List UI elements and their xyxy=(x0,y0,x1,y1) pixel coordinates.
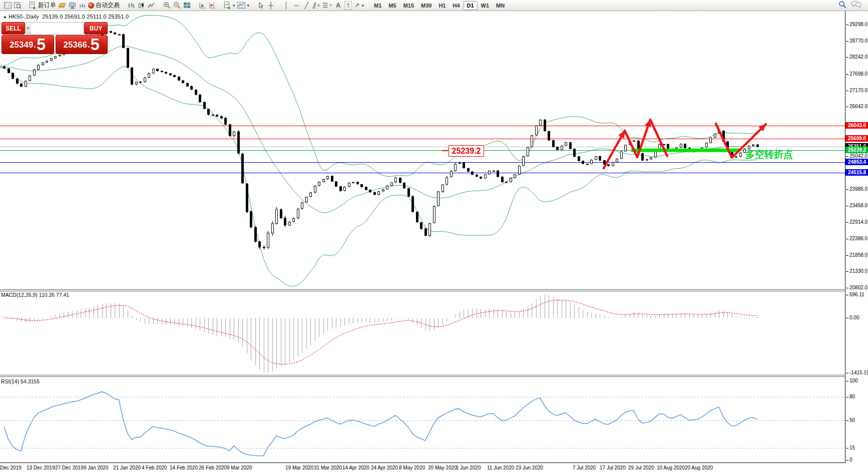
market-depth-icon[interactable] xyxy=(57,1,67,11)
rsi-axis-label: 50 xyxy=(849,417,855,423)
date-axis-label: 4 Feb 2020 xyxy=(142,465,167,470)
one-click-trading-panel: SELL ▼ ▲ BUY 25349.5 25366.5 xyxy=(2,22,108,54)
date-axis-label: 13 Dec 2019 xyxy=(27,465,55,470)
new-chart-button[interactable]: ▾ xyxy=(223,1,236,11)
date-axis-label: 29 Jul 2020 xyxy=(628,465,654,470)
price-axis-label: 23458.0 xyxy=(849,203,867,208)
autotrading-icon xyxy=(88,3,94,9)
panel-separator[interactable] xyxy=(0,289,868,290)
rsi-axis-label: 0 xyxy=(849,457,852,462)
volume-input[interactable] xyxy=(31,23,84,34)
price-axis-label: 28242.0 xyxy=(849,54,867,60)
price-marker-label: 25239.2 xyxy=(845,147,868,153)
date-axis-label: 14 Apr 2020 xyxy=(342,465,369,470)
candlestick-chart-icon[interactable] xyxy=(136,1,146,11)
date-axis-label: 20 Aug 2020 xyxy=(685,465,713,470)
chart-shift-icon[interactable] xyxy=(207,1,217,11)
date-axis-label: 23 Jun 2020 xyxy=(516,465,543,470)
price-marker-label: 25609.0 xyxy=(845,135,868,142)
date-axis-label: 19 Mar 2020 xyxy=(285,465,313,470)
date-axis-label: 24 Apr 2020 xyxy=(371,465,398,470)
price-chart-canvas[interactable] xyxy=(0,11,845,463)
sell-price[interactable]: 25349.5 xyxy=(2,35,54,54)
date-axis-label: 9 Jan 2020 xyxy=(84,465,109,470)
trendline-tool[interactable]: ╱ xyxy=(301,1,311,11)
arrows-tool[interactable]: ↗▾ xyxy=(353,1,365,11)
timeframe-m5[interactable]: M5 xyxy=(385,1,399,10)
price-note-tick xyxy=(442,150,448,151)
price-axis-label: 22914.0 xyxy=(849,219,867,225)
equidistant-channel-tool[interactable]: ∥E xyxy=(311,1,321,11)
macd-indicator-label: MACD(12,26,9) 110.26 77.41 xyxy=(1,292,69,298)
volume-stepper: ▼ ▲ xyxy=(26,22,84,35)
new-order-icon xyxy=(29,2,37,9)
crosshair-tool[interactable]: ┼ xyxy=(266,1,276,11)
price-axis-label: 26642.0 xyxy=(849,104,867,109)
price-axis-label: 25042.0 xyxy=(849,153,867,159)
line-chart-icon[interactable] xyxy=(146,1,156,11)
chat-icon[interactable] xyxy=(851,1,861,10)
price-marker-label: 24853.4 xyxy=(845,159,868,165)
price-axis-label: 28770.0 xyxy=(849,38,867,44)
date-axis-label: 27 Dec 2019 xyxy=(55,465,84,470)
main-toolbar: 新订单 自动交易 ▾ ▾ ┼ │ ─ ╱ ∥E ☰F A T ↗▾ M1M5M1… xyxy=(0,0,868,11)
zoom-out-icon[interactable] xyxy=(172,1,182,11)
price-axis-label: 27170.0 xyxy=(849,88,867,93)
panel-separator[interactable] xyxy=(0,291,868,291)
timeframe-h4[interactable]: H4 xyxy=(449,1,463,10)
timeframe-mn[interactable]: MN xyxy=(493,1,508,10)
new-chart-icon xyxy=(224,2,231,9)
rsi-axis-label: 80 xyxy=(849,394,855,399)
date-axis-label: 26 Feb 2020 xyxy=(199,465,227,470)
buy-button[interactable]: BUY xyxy=(84,22,108,35)
terminal-icon[interactable] xyxy=(67,1,77,11)
autotrading-button[interactable]: 自动交易 xyxy=(87,1,121,11)
buy-price[interactable]: 25366.5 xyxy=(56,35,108,54)
sell-button[interactable]: SELL xyxy=(2,22,25,35)
price-axis[interactable]: 29298.028770.028242.027698.027170.026642… xyxy=(845,11,868,463)
macd-axis-label: 596.11 xyxy=(849,292,864,297)
cursor-tool[interactable] xyxy=(256,1,266,11)
new-order-button[interactable]: 新订单 xyxy=(28,1,57,11)
horizontal-line-tool[interactable]: ─ xyxy=(291,1,301,11)
timeframe-h1[interactable]: H1 xyxy=(435,1,449,10)
timeframe-m30[interactable]: M30 xyxy=(417,1,435,10)
signals-icon[interactable] xyxy=(77,1,87,11)
price-axis-label: 23986.0 xyxy=(849,186,867,192)
fibonacci-tool[interactable]: ☰F xyxy=(321,1,333,11)
price-marker-label: 24515.8 xyxy=(845,169,868,176)
ohlc-values: 25139.0 25691.0 25111.0 25351.0 xyxy=(43,14,129,20)
timeframe-w1[interactable]: W1 xyxy=(478,1,493,10)
text-label-tool[interactable]: T xyxy=(343,1,353,11)
date-axis-label: 17 Jul 2020 xyxy=(600,465,626,470)
new-order-label: 新订单 xyxy=(38,1,56,10)
date-axis-label: 7 Jul 2020 xyxy=(573,465,596,470)
date-axis-label: 11 Jun 2020 xyxy=(487,465,514,470)
panel-separator[interactable] xyxy=(0,376,868,377)
date-axis-label: 21 Jan 2020 xyxy=(113,465,141,470)
macd-axis-label: 0.00 xyxy=(849,315,859,320)
bar-chart-icon[interactable] xyxy=(126,1,136,11)
search-icon[interactable] xyxy=(838,1,846,11)
timeframe-m15[interactable]: M15 xyxy=(400,1,417,10)
date-axis[interactable]: Dec 201913 Dec 201927 Dec 20199 Jan 2020… xyxy=(0,463,845,473)
timeframe-d1[interactable]: D1 xyxy=(464,1,478,10)
vertical-line-tool[interactable]: │ xyxy=(281,1,291,11)
auto-scroll-icon[interactable] xyxy=(197,1,207,11)
tile-windows-icon[interactable] xyxy=(182,1,192,11)
date-axis-label: 9 Mar 2020 xyxy=(227,465,252,470)
volume-decrease-button[interactable]: ▼ xyxy=(26,23,31,34)
market-watch-panel-icon[interactable] xyxy=(3,1,13,11)
symbol-period: HK50-,Daily xyxy=(9,14,39,20)
window-marker-icon: ▲ xyxy=(3,15,7,19)
data-window-icon[interactable] xyxy=(13,1,23,11)
chart-title: ▲HK50-,Daily 25139.0 25691.0 25111.0 253… xyxy=(3,14,129,20)
rsi-axis-label: 15 xyxy=(849,445,855,450)
rsi-indicator-label: RSI(14) 54.3155 xyxy=(1,378,40,384)
text-tool[interactable]: A xyxy=(333,1,343,11)
profiles-button[interactable]: ▾ xyxy=(236,1,251,11)
price-axis-label: 20802.0 xyxy=(849,285,867,290)
panel-separator[interactable] xyxy=(0,375,868,375)
timeframe-m1[interactable]: M1 xyxy=(370,1,385,10)
zoom-in-icon[interactable] xyxy=(162,1,172,11)
